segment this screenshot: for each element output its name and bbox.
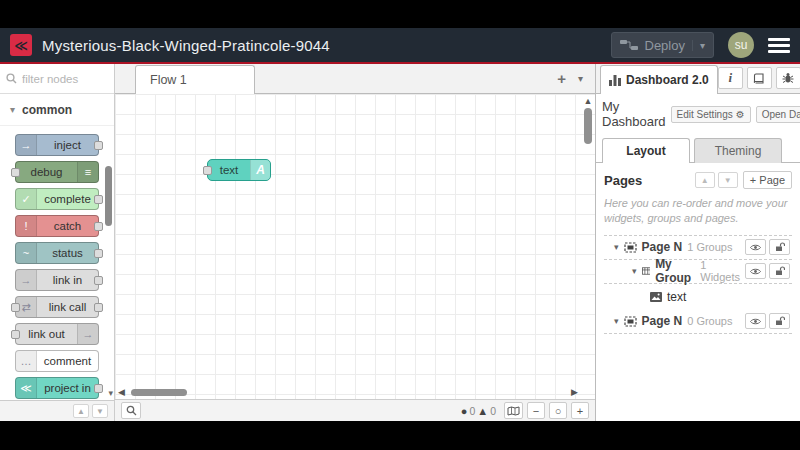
horizontal-scrollbar-thumb[interactable] bbox=[131, 389, 187, 396]
palette-node-project-in[interactable]: ≪project in bbox=[15, 377, 99, 399]
complete-icon: ✓ bbox=[16, 189, 37, 209]
page-icon bbox=[624, 242, 637, 253]
error-icon: ● bbox=[461, 405, 468, 417]
output-port[interactable] bbox=[94, 249, 103, 258]
horizontal-scrollbar[interactable]: ◀ ▶ bbox=[115, 387, 581, 399]
palette-node-inject[interactable]: →inject bbox=[15, 134, 99, 156]
visibility-button[interactable] bbox=[745, 313, 766, 329]
tree-row-widget-text[interactable]: text bbox=[604, 284, 792, 310]
scroll-right-icon[interactable]: ▶ bbox=[571, 387, 578, 397]
deploy-caret-icon[interactable]: ▾ bbox=[692, 40, 705, 51]
edit-settings-button[interactable]: Edit Settings ⚙ bbox=[671, 106, 751, 123]
lock-button[interactable] bbox=[769, 239, 790, 255]
palette-node-catch[interactable]: !catch bbox=[15, 215, 99, 237]
search-flows-button[interactable] bbox=[121, 402, 141, 419]
page-icon bbox=[624, 316, 637, 327]
vertical-scrollbar[interactable]: ▲ bbox=[581, 94, 595, 387]
chevron-down-icon[interactable]: ▾ bbox=[614, 242, 619, 252]
chevron-down-icon[interactable]: ▾ bbox=[632, 266, 637, 276]
debug-button[interactable] bbox=[776, 67, 800, 89]
tree-row-page-1[interactable]: ▾ Page N 1 Groups bbox=[604, 236, 792, 260]
tab-layout[interactable]: Layout bbox=[602, 138, 690, 163]
flow-node-label: text bbox=[208, 160, 250, 180]
move-page-down-button[interactable]: ▼ bbox=[718, 172, 738, 188]
chevron-down-icon[interactable]: ▾ bbox=[614, 316, 619, 326]
output-port[interactable] bbox=[94, 303, 103, 312]
catch-icon: ! bbox=[16, 216, 37, 236]
project-in-icon: ≪ bbox=[16, 378, 37, 398]
pages-help-text: Here you can re-order and move your widg… bbox=[604, 196, 792, 227]
palette-node-debug[interactable]: ≡debug bbox=[15, 161, 99, 183]
link-out-icon: → bbox=[77, 324, 98, 344]
scroll-up-icon[interactable]: ▲ bbox=[581, 96, 595, 106]
palette-node-list: →inject ≡debug ✓complete !catch ~status … bbox=[0, 126, 114, 400]
palette-node-link-out[interactable]: →link out bbox=[15, 323, 99, 345]
input-port[interactable] bbox=[11, 303, 20, 312]
palette-node-link-call[interactable]: ⇄link call bbox=[15, 296, 99, 318]
input-port[interactable] bbox=[11, 168, 20, 177]
palette-collapse-all-button[interactable]: ▲ bbox=[73, 404, 89, 418]
tab-flow-1[interactable]: Flow 1 bbox=[135, 65, 255, 94]
lock-button[interactable] bbox=[769, 263, 790, 279]
tab-theming[interactable]: Theming bbox=[694, 138, 782, 163]
output-port[interactable] bbox=[94, 141, 103, 150]
palette-node-complete[interactable]: ✓complete bbox=[15, 188, 99, 210]
palette-category-common[interactable]: ▾ common bbox=[0, 94, 114, 126]
user-avatar[interactable]: su bbox=[728, 32, 754, 58]
tab-dashboard-2[interactable]: Dashboard 2.0 bbox=[600, 65, 718, 94]
scroll-left-icon[interactable]: ◀ bbox=[118, 387, 125, 397]
tree-row-my-group[interactable]: ▾ My Group 1 Widgets bbox=[604, 260, 792, 284]
add-flow-button[interactable]: + bbox=[557, 70, 566, 87]
palette-scrollbar-thumb[interactable] bbox=[105, 166, 112, 226]
add-page-button[interactable]: + Page bbox=[743, 171, 792, 189]
output-port[interactable] bbox=[94, 195, 103, 204]
sidebar-tab-label: Dashboard 2.0 bbox=[626, 73, 709, 87]
flow-list-caret-icon[interactable]: ▾ bbox=[578, 73, 583, 84]
dashboard-subtabs: Layout Theming bbox=[596, 134, 800, 163]
tree-row-page-2[interactable]: ▾ Page N 0 Groups bbox=[604, 310, 792, 334]
letterbox-top bbox=[0, 0, 800, 28]
unlock-icon bbox=[775, 242, 785, 252]
flow-workspace[interactable]: text A ▲ ◀ ▶ bbox=[115, 94, 595, 399]
zoom-out-button[interactable]: − bbox=[527, 402, 545, 419]
navigator-button[interactable] bbox=[504, 402, 523, 419]
zoom-reset-button[interactable]: ○ bbox=[549, 402, 567, 419]
canvas-footer: ● 0 ▲ 0 − ○ + bbox=[115, 399, 595, 421]
flow-node-text[interactable]: text A bbox=[207, 159, 271, 181]
output-port[interactable] bbox=[94, 384, 103, 393]
lock-button[interactable] bbox=[769, 313, 790, 329]
node-palette: ▾ common →inject ≡debug ✓complete !catch… bbox=[0, 64, 115, 421]
map-icon bbox=[507, 406, 520, 416]
palette-footer: ▲ ▼ bbox=[0, 400, 114, 421]
palette-node-status[interactable]: ~status bbox=[15, 242, 99, 264]
palette-scroll-down-icon[interactable]: ▾ bbox=[108, 388, 113, 398]
layout-tree: ▾ Page N 1 Groups ▾ My Group 1 Widge bbox=[604, 235, 792, 334]
zoom-in-button[interactable]: + bbox=[571, 402, 589, 419]
output-port[interactable] bbox=[94, 222, 103, 231]
text-widget-icon: A bbox=[250, 160, 270, 180]
input-port[interactable] bbox=[11, 330, 20, 339]
help-button[interactable] bbox=[747, 67, 772, 89]
deploy-button[interactable]: Deploy ▾ bbox=[611, 32, 715, 58]
vertical-scrollbar-thumb[interactable] bbox=[584, 108, 592, 144]
output-port[interactable] bbox=[94, 276, 103, 285]
move-page-up-button[interactable]: ▲ bbox=[695, 172, 715, 188]
palette-node-comment[interactable]: …comment bbox=[15, 350, 99, 372]
app-header: ≪ Mysterious-Black-Winged-Pratincole-904… bbox=[0, 28, 800, 62]
info-button[interactable]: i bbox=[718, 67, 743, 89]
right-sidebar: Dashboard 2.0 i ⚙ ▾ My Dashboard bbox=[595, 64, 800, 421]
deploy-label: Deploy bbox=[645, 38, 685, 53]
visibility-button[interactable] bbox=[745, 239, 766, 255]
palette-node-link-in[interactable]: →link in bbox=[15, 269, 99, 291]
notification-counts[interactable]: ● 0 ▲ 0 bbox=[461, 405, 496, 417]
error-count: 0 bbox=[469, 405, 475, 417]
main-menu-icon[interactable] bbox=[768, 38, 790, 53]
dashboard-title: My Dashboard bbox=[602, 99, 666, 129]
pages-panel: Pages ▲ ▼ + Page Here you can re-order a… bbox=[596, 163, 800, 334]
flow-editor: Flow 1 + ▾ text A ▲ ◀ bbox=[115, 64, 595, 421]
filter-nodes-input[interactable] bbox=[22, 73, 102, 85]
visibility-button[interactable] bbox=[745, 263, 766, 279]
palette-search[interactable] bbox=[0, 64, 114, 94]
open-dashboard-button[interactable]: Open Dashboard ↗ bbox=[756, 106, 800, 123]
palette-expand-all-button[interactable]: ▼ bbox=[92, 404, 108, 418]
